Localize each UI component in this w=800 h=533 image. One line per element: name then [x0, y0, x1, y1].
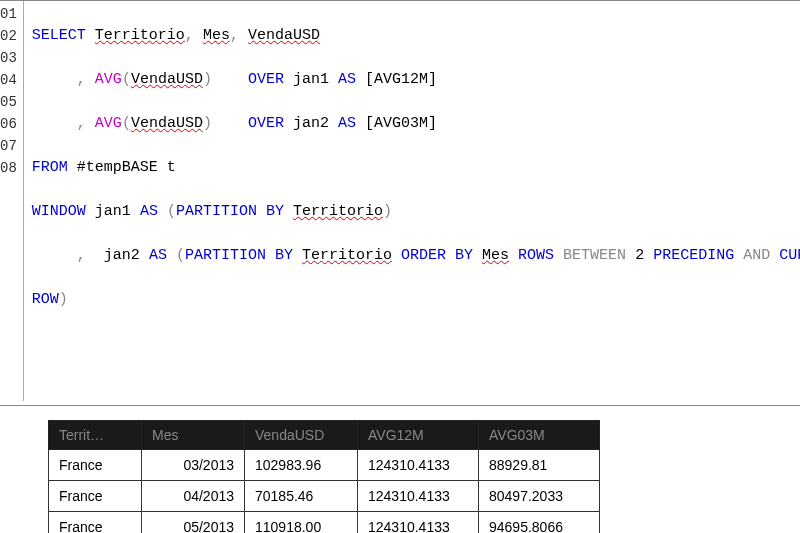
table-cell: 102983.96 — [245, 450, 358, 481]
kw-select: SELECT — [32, 27, 86, 44]
kw-partition-by: PARTITION BY — [185, 247, 293, 264]
kw-as: AS — [338, 115, 356, 132]
table-cell: 04/2013 — [142, 481, 245, 512]
col-header-vendausd[interactable]: VendaUSD — [245, 421, 358, 450]
kw-order-by: ORDER BY — [401, 247, 473, 264]
results-grid[interactable]: Territ… Mes VendaUSD AVG12M AVG03M Franc… — [0, 406, 800, 533]
table-cell: 124310.4133 — [358, 450, 479, 481]
kw-rows: ROWS — [518, 247, 554, 264]
kw-current: CURRENT — [779, 247, 800, 264]
col-header-territorio[interactable]: Territ… — [49, 421, 142, 450]
win-jan2: jan2 — [293, 115, 329, 132]
results-table[interactable]: Territ… Mes VendaUSD AVG12M AVG03M Franc… — [48, 420, 600, 533]
table-row[interactable]: France05/2013110918.00124310.413394695.8… — [49, 512, 600, 534]
col-territorio: Territorio — [302, 247, 392, 264]
col-mes: Mes — [203, 27, 230, 44]
kw-partition-by: PARTITION BY — [176, 203, 284, 220]
table-cell: 05/2013 — [142, 512, 245, 534]
win-jan2: jan2 — [104, 247, 140, 264]
kw-and: AND — [743, 247, 770, 264]
table-cell: 124310.4133 — [358, 512, 479, 534]
table-header-row: Territ… Mes VendaUSD AVG12M AVG03M — [49, 421, 600, 450]
sql-code[interactable]: SELECT Territorio, Mes, VendaUSD , AVG(V… — [24, 1, 800, 401]
table-cell: 88929.81 — [479, 450, 600, 481]
col-header-avg12m[interactable]: AVG12M — [358, 421, 479, 450]
table-cell: 03/2013 — [142, 450, 245, 481]
line-number: 02 — [0, 25, 17, 47]
col-vendausd: VendaUSD — [131, 115, 203, 132]
table-cell: France — [49, 450, 142, 481]
table-row[interactable]: France04/201370185.46124310.413380497.20… — [49, 481, 600, 512]
line-number: 06 — [0, 113, 17, 135]
table-cell: 70185.46 — [245, 481, 358, 512]
table-cell: France — [49, 481, 142, 512]
kw-preceding: PRECEDING — [653, 247, 734, 264]
kw-over: OVER — [248, 115, 284, 132]
kw-as: AS — [338, 71, 356, 88]
fn-avg: AVG — [95, 71, 122, 88]
line-number: 04 — [0, 69, 17, 91]
table-cell: 124310.4133 — [358, 481, 479, 512]
kw-window: WINDOW — [32, 203, 86, 220]
kw-over: OVER — [248, 71, 284, 88]
table-tempbase: #tempBASE t — [77, 159, 176, 176]
line-number: 05 — [0, 91, 17, 113]
fn-avg: AVG — [95, 115, 122, 132]
col-territorio: Territorio — [95, 27, 185, 44]
col-territorio: Territorio — [293, 203, 383, 220]
win-jan1: jan1 — [95, 203, 131, 220]
col-header-avg03m[interactable]: AVG03M — [479, 421, 600, 450]
kw-as: AS — [149, 247, 167, 264]
col-vendausd: VendaUSD — [248, 27, 320, 44]
sql-editor[interactable]: 01 02 03 04 05 06 07 08 SELECT Territori… — [0, 0, 800, 406]
alias-avg12m: [AVG12M] — [365, 71, 437, 88]
kw-row: ROW — [32, 291, 59, 308]
line-number: 07 — [0, 135, 17, 157]
alias-avg03m: [AVG03M] — [365, 115, 437, 132]
table-cell: 80497.2033 — [479, 481, 600, 512]
kw-as: AS — [140, 203, 158, 220]
col-header-mes[interactable]: Mes — [142, 421, 245, 450]
table-cell: France — [49, 512, 142, 534]
col-mes: Mes — [482, 247, 509, 264]
line-number-gutter: 01 02 03 04 05 06 07 08 — [0, 1, 24, 401]
col-vendausd: VendaUSD — [131, 71, 203, 88]
table-cell: 110918.00 — [245, 512, 358, 534]
table-row[interactable]: France03/2013102983.96124310.413388929.8… — [49, 450, 600, 481]
lit-2: 2 — [635, 247, 644, 264]
kw-from: FROM — [32, 159, 68, 176]
table-cell: 94695.8066 — [479, 512, 600, 534]
line-number: 03 — [0, 47, 17, 69]
line-number: 01 — [0, 3, 17, 25]
line-number: 08 — [0, 157, 17, 179]
win-jan1: jan1 — [293, 71, 329, 88]
kw-between: BETWEEN — [563, 247, 626, 264]
